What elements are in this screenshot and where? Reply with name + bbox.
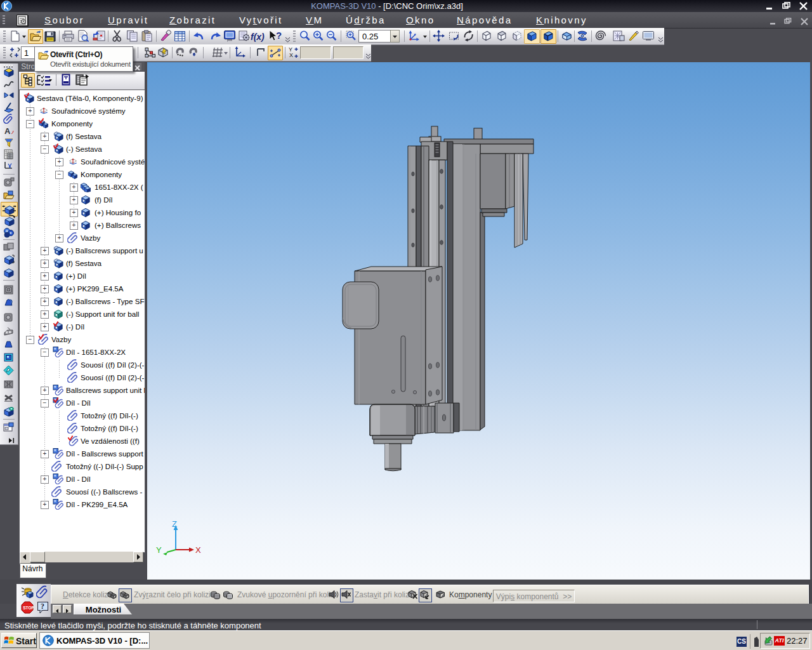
svg-text:?: ?: [41, 602, 44, 611]
svg-text:?: ?: [276, 30, 282, 41]
svg-text:Y: Y: [156, 545, 162, 555]
svg-text:X: X: [289, 52, 293, 58]
svg-text:X: X: [195, 545, 201, 555]
svg-text:Z: Z: [172, 519, 177, 529]
svg-text:A: A: [4, 126, 11, 136]
svg-text:STOP: STOP: [23, 606, 34, 610]
